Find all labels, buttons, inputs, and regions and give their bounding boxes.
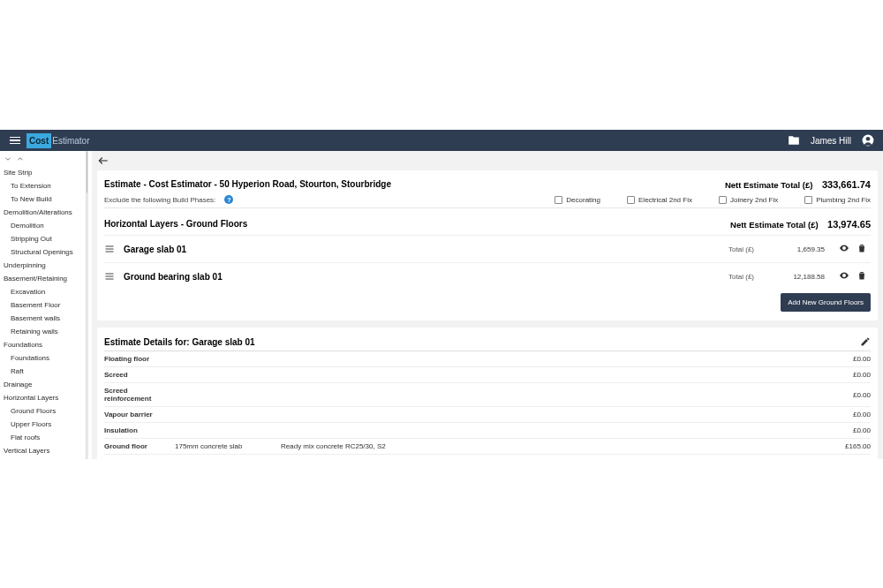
estimate-details-card: Estimate Details for: Garage slab 01 Flo… (97, 328, 878, 459)
sidebar-item[interactable]: Ground Floors (0, 404, 87, 418)
logo-right: Estimator (52, 136, 89, 146)
floor-row[interactable]: Garage slab 01Total (£)1,659.35 (104, 235, 871, 262)
trash-icon (857, 270, 867, 281)
app-topbar: Cost Estimator James Hill (0, 130, 883, 151)
eye-icon (839, 270, 849, 281)
detail-spec: 175mm concrete slab (175, 442, 281, 450)
sidebar-item[interactable]: Site Strip (0, 166, 87, 179)
detail-spec: Slab reinforcement (175, 458, 281, 459)
chevron-up-icon[interactable] (16, 155, 25, 163)
sidebar-item[interactable]: Basement/Retaining (0, 272, 87, 285)
estimate-title: Estimate - Cost Estimator - 50 Hyperion … (104, 179, 391, 189)
detail-desc: A393 steel fabric reinforcement mesh 480… (281, 458, 826, 459)
logo-left: Cost (26, 133, 51, 148)
estimate-summary-card: Estimate - Cost Estimator - 50 Hyperion … (97, 170, 878, 320)
trash-icon (857, 243, 867, 253)
phase-checkbox[interactable]: Plumbing 2nd Fix (804, 196, 871, 204)
svg-rect-3 (106, 246, 114, 247)
sidebar-item[interactable]: Raft (0, 365, 87, 378)
phase-label: Electrical 2nd Fix (638, 196, 692, 204)
sidebar-scrollbar[interactable] (86, 151, 88, 459)
section-title: Horizontal Layers - Ground Floors (104, 219, 247, 229)
sidebar-item[interactable]: Vertical Layers (0, 444, 87, 457)
floor-name: Ground bearing slab 01 (124, 272, 728, 282)
sidebar-item[interactable]: Flat roofs (0, 431, 87, 444)
floor-row[interactable]: Ground bearing slab 01Total (£)12,188.58 (104, 262, 871, 290)
sidebar-item[interactable]: Foundations (0, 351, 87, 365)
svg-rect-7 (106, 276, 114, 277)
back-arrow-icon[interactable] (97, 155, 109, 167)
svg-point-1 (866, 137, 871, 141)
sidebar-item[interactable]: Demolition/Alterations (0, 206, 87, 219)
detail-category: Ground floor (104, 442, 175, 450)
delete-button[interactable] (857, 268, 867, 284)
sidebar-item[interactable]: Excavation (0, 285, 87, 298)
checkbox-icon (804, 196, 812, 204)
detail-cost: £165.00 (826, 442, 871, 450)
floor-total-label: Total (£) (728, 273, 754, 281)
detail-row: Floating floor£0.00 (104, 351, 871, 366)
phase-label: Decorating (566, 196, 600, 204)
list-icon (104, 271, 115, 282)
sidebar-item[interactable]: Structural Openings (0, 245, 87, 259)
checkbox-icon (555, 196, 562, 204)
sidebar-item[interactable]: Horizontal Layers (0, 391, 87, 404)
svg-rect-8 (106, 279, 114, 280)
nett-total-label: Nett Estimate Total (£) (725, 180, 813, 190)
sidebar-item[interactable]: Basement Floor (0, 298, 87, 312)
detail-cost: £0.00 (826, 371, 871, 379)
sidebar-item[interactable]: Basement walls (0, 312, 87, 325)
floor-total-value: 12,188.58 (781, 273, 825, 281)
edit-pencil-icon[interactable] (860, 336, 871, 347)
list-icon (104, 244, 115, 254)
view-button[interactable] (839, 241, 849, 257)
section-nett-label: Nett Estimate Total (£) (730, 220, 819, 230)
detail-category: Floating floor (104, 355, 175, 363)
detail-cost: £0.00 (826, 391, 871, 399)
phase-checkbox[interactable]: Joinery 2nd Fix (719, 196, 778, 204)
sidebar-item[interactable]: To New Build (0, 192, 87, 206)
detail-category: Slab reinforcement (104, 458, 175, 459)
checkbox-icon (719, 196, 727, 204)
detail-category: Screed (104, 371, 175, 379)
sidebar-item[interactable]: Demolition (0, 219, 87, 232)
sidebar-item[interactable]: Underpinning (0, 259, 87, 272)
app-logo: Cost Estimator (26, 133, 89, 148)
chevron-down-icon[interactable] (4, 155, 12, 163)
sidebar-item[interactable]: Upper Floors (0, 418, 87, 431)
menu-toggle[interactable] (5, 137, 25, 145)
eye-icon (839, 243, 849, 253)
sidebar-item[interactable]: Drainage (0, 378, 87, 391)
sidebar-collapse-toggles[interactable] (0, 151, 87, 166)
section-nett-value: 13,974.65 (827, 219, 871, 230)
view-button[interactable] (839, 268, 849, 284)
detail-row: Ground floor175mm concrete slabReady mix… (104, 438, 871, 454)
floor-name: Garage slab 01 (124, 245, 728, 254)
folder-icon[interactable] (788, 134, 800, 147)
sidebar-item[interactable]: Retaining walls (0, 325, 87, 338)
detail-category: Vapour barrier (104, 411, 175, 418)
detail-category: Screed reinforcement (104, 387, 175, 403)
phase-checkbox[interactable]: Electrical 2nd Fix (627, 196, 692, 204)
detail-row: Insulation£0.00 (104, 422, 871, 438)
sidebar-item[interactable]: Stripping Out (0, 232, 87, 245)
help-icon[interactable]: ? (224, 195, 233, 204)
phase-label: Joinery 2nd Fix (730, 196, 778, 204)
floor-total-label: Total (£) (728, 245, 754, 253)
detail-category: Insulation (104, 426, 175, 434)
detail-row: Screed£0.00 (104, 366, 871, 382)
sidebar-item[interactable]: To Extension (0, 179, 87, 192)
detail-row: Slab reinforcementSlab reinforcementA393… (104, 454, 871, 459)
delete-button[interactable] (857, 241, 867, 257)
checkbox-icon (627, 196, 635, 204)
detail-cost: £0.00 (826, 411, 871, 418)
phase-checkbox[interactable]: Decorating (555, 196, 600, 204)
add-new-floors-button[interactable]: Add New Ground Floors (781, 293, 871, 312)
svg-rect-5 (106, 252, 114, 253)
nett-total-value: 333,661.74 (822, 179, 871, 190)
user-avatar-icon[interactable] (862, 134, 874, 147)
sidebar-item[interactable]: Foundations (0, 338, 87, 351)
user-name: James Hill (811, 136, 851, 146)
details-title: Estimate Details for: Garage slab 01 (104, 337, 255, 347)
phase-label: Plumbing 2nd Fix (816, 196, 871, 204)
